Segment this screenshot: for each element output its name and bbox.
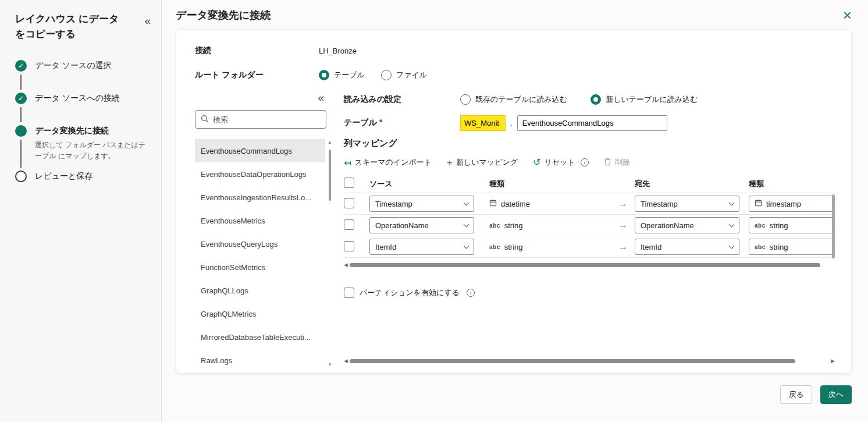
search-box[interactable] — [195, 110, 326, 129]
list-item[interactable]: MirroredDatabaseTableExecuti... — [195, 325, 325, 349]
scroll-left-icon[interactable]: ◀ — [344, 263, 348, 268]
radio-dot — [460, 94, 471, 105]
reset-icon: ↺ — [533, 158, 540, 167]
load-settings-label: 読み込みの設定 — [344, 94, 460, 105]
search-input[interactable] — [213, 115, 321, 124]
add-icon: + — [447, 158, 453, 168]
source-column-dropdown[interactable]: ItemId — [369, 239, 474, 255]
source-column-dropdown[interactable]: Timestamp — [369, 196, 474, 212]
table-list: EventhouseCommandLogs EventhouseDataOper… — [195, 139, 333, 368]
sidebar-collapse-icon[interactable]: « — [144, 12, 151, 26]
root-folder-label: ルート フォルダー — [195, 70, 319, 80]
chevron-down-icon — [464, 221, 469, 227]
step-connect-source[interactable]: ✓ データ ソースへの接続 — [15, 93, 151, 125]
arrow-right-icon: → — [611, 220, 635, 230]
list-item[interactable]: EventhouseDataOperationLogs — [195, 162, 325, 186]
close-icon[interactable]: × — [843, 9, 852, 22]
explorer-collapse-icon[interactable]: « — [195, 91, 333, 105]
vertical-scrollbar[interactable]: ▲ ▼ — [326, 140, 333, 367]
mapping-vertical-scrollbar[interactable] — [832, 194, 835, 258]
column-header-dest: 宛先 — [635, 179, 749, 189]
mapping-table: ソース 種類 宛先 種類 Timestamp — [344, 175, 835, 258]
scroll-up-icon[interactable]: ▲ — [328, 140, 332, 145]
radio-files[interactable]: ファイル — [381, 70, 427, 80]
delete-button[interactable]: 削除 — [604, 157, 630, 168]
abc-icon: abc — [755, 244, 766, 250]
abc-icon: abc — [755, 222, 766, 229]
radio-dot — [590, 94, 601, 105]
list-item[interactable]: EventhouseCommandLogs — [195, 139, 325, 162]
next-button[interactable]: 次へ — [820, 385, 852, 404]
mapping-header-row: ソース 種類 宛先 種類 — [344, 175, 835, 193]
scroll-left-icon[interactable]: ◀ — [344, 359, 348, 364]
scrollbar-thumb[interactable] — [329, 150, 331, 201]
table-field-label: テーブル* — [344, 118, 460, 128]
mapping-row: Timestamp datetime → Timestamp timestamp — [344, 193, 835, 215]
dest-column-dropdown[interactable]: ItemId — [635, 239, 739, 255]
wizard-title: レイクハウス にデータをコピーする — [15, 12, 127, 41]
partition-label: パーティションを有効にする — [360, 288, 460, 298]
source-column-dropdown[interactable]: OperationName — [369, 217, 474, 233]
scroll-down-icon[interactable]: ▼ — [328, 363, 332, 367]
radio-dot — [319, 70, 329, 80]
table-name-input[interactable] — [517, 115, 667, 131]
row-checkbox[interactable] — [344, 241, 354, 251]
chevron-down-icon — [729, 243, 735, 249]
radio-tables[interactable]: テーブル — [319, 70, 365, 80]
import-icon: ↤ — [344, 158, 351, 167]
list-item[interactable]: FunctionSetMetrics — [195, 256, 325, 279]
step-done-icon: ✓ — [15, 60, 27, 72]
dest-type-dropdown[interactable]: abc string — [749, 239, 835, 255]
calendar-icon — [489, 199, 497, 208]
scrollbar-thumb[interactable] — [350, 359, 795, 363]
list-item[interactable]: GraphQLLogs — [195, 279, 325, 302]
dest-column-dropdown[interactable]: Timestamp — [635, 196, 739, 212]
column-header-source-type: 種類 — [489, 179, 611, 189]
list-item[interactable]: EventhouseMetrics — [195, 209, 325, 232]
abc-icon: abc — [489, 222, 500, 229]
list-item[interactable]: EventhouseQueryLogs — [195, 232, 325, 256]
dest-type-dropdown[interactable]: timestamp — [749, 196, 835, 212]
info-icon: i — [467, 289, 475, 297]
calendar-icon — [755, 199, 762, 208]
scroll-right-icon[interactable]: ▶ — [831, 359, 835, 364]
mapping-row: OperationName abc string → OperationName… — [344, 215, 835, 236]
info-icon: i — [581, 158, 589, 166]
reset-button[interactable]: ↺ リセット i — [533, 157, 589, 168]
mapping-toolbar: ↤ スキーマのインポート + 新しいマッピング ↺ リセット i — [344, 157, 835, 168]
arrow-right-icon: → — [611, 242, 635, 252]
column-header-dest-type: 種類 — [749, 179, 835, 189]
list-item[interactable]: GraphQLMetrics — [195, 302, 325, 325]
panel-horizontal-scrollbar[interactable]: ◀ ▶ — [344, 357, 835, 365]
radio-dot — [381, 70, 392, 80]
step-review-save[interactable]: レビューと保存 — [15, 171, 151, 182]
row-checkbox[interactable] — [344, 198, 354, 208]
column-header-source: ソース — [369, 179, 489, 189]
partition-checkbox[interactable] — [344, 288, 354, 298]
mapping-horizontal-scrollbar[interactable]: ◀ — [344, 261, 835, 269]
chevron-down-icon — [729, 200, 735, 205]
select-all-checkbox[interactable] — [344, 178, 354, 188]
import-schema-button[interactable]: ↤ スキーマのインポート — [344, 157, 432, 168]
destination-card: 接続 LH_Bronze ルート フォルダー テーブル ファイル — [176, 29, 852, 374]
step-connect-destination[interactable]: データ変換先に接続 選択して フォルダー パスまたはテーブル にマップします。 — [15, 125, 151, 171]
step-select-source[interactable]: ✓ データ ソースの選択 — [15, 60, 151, 93]
dest-column-dropdown[interactable]: OperationName — [635, 217, 739, 233]
back-button[interactable]: 戻る — [780, 385, 812, 404]
wizard-steps: ✓ データ ソースの選択 ✓ データ ソースへの接続 データ変換先に接続 選択し… — [15, 60, 151, 182]
table-explorer: « EventhouseCommandLogs EventhouseDataOp… — [195, 91, 333, 370]
step-current-dot — [15, 125, 27, 137]
list-item[interactable]: RawLogs — [195, 349, 325, 368]
wizard-sidebar: レイクハウス にデータをコピーする « ✓ データ ソースの選択 ✓ データ ソ… — [0, 0, 162, 422]
list-item[interactable]: EventhouseIngestionResultsLo... — [195, 186, 325, 209]
connection-label: 接続 — [195, 45, 319, 56]
new-mapping-button[interactable]: + 新しいマッピング — [447, 157, 518, 168]
dest-type-dropdown[interactable]: abc string — [749, 217, 835, 233]
schema-name-input[interactable] — [460, 115, 506, 131]
radio-load-new[interactable]: 新しいテーブルに読み込む — [590, 94, 698, 105]
radio-load-existing[interactable]: 既存のテーブルに読み込む — [460, 94, 567, 105]
abc-icon: abc — [489, 244, 500, 250]
destination-settings: 読み込みの設定 既存のテーブルに読み込む 新しいテーブルに読み込む — [333, 91, 851, 370]
scrollbar-thumb[interactable] — [350, 263, 820, 267]
row-checkbox[interactable] — [344, 219, 354, 230]
